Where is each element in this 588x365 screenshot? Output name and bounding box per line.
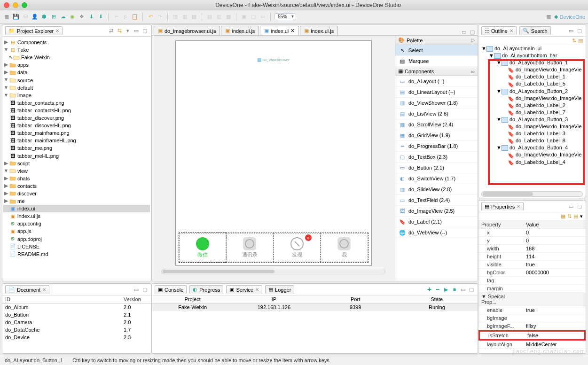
play-icon[interactable]: ▶	[443, 287, 449, 293]
property-row[interactable]: height114	[478, 253, 586, 261]
col-state[interactable]: State	[396, 295, 478, 303]
copy-icon[interactable]: ⎘	[122, 13, 129, 21]
cube-icon[interactable]: ⬢	[40, 13, 48, 21]
fit-icon[interactable]: ▣	[240, 13, 248, 21]
min-icon[interactable]: ▭	[461, 29, 467, 35]
tree-appjs[interactable]: ▶▣app.js	[3, 227, 150, 235]
max-icon[interactable]: ▢	[141, 287, 148, 293]
tab-btn-contacts[interactable]: 通讯录	[226, 233, 274, 262]
palette-item[interactable]: ▦do_GridView (1.9)	[395, 130, 478, 141]
tab-properties[interactable]: ▤Properties✕	[481, 202, 524, 210]
editor-tab-0[interactable]: ▣do_imagebrowser.ui.js	[154, 26, 220, 35]
outline-item[interactable]: ▶🔖do_Label:do_Label_4	[478, 159, 586, 166]
close-icon[interactable]: ✕	[42, 287, 46, 292]
align-l-icon[interactable]: ▤	[172, 13, 179, 21]
outline-item[interactable]: ▶🔖do_Label:do_Label_5	[478, 80, 586, 87]
palette-item[interactable]: ▭do_Button (2.1)	[395, 163, 478, 173]
palette-item[interactable]: ◐do_SwitchView (1.7)	[395, 173, 478, 184]
tree-img-6[interactable]: ▶🖼tabbar_me.png	[3, 144, 150, 152]
tab-logger[interactable]: ▤Logger	[265, 285, 294, 294]
doc-row[interactable]: do_Camera2.0	[2, 318, 151, 326]
outline-item[interactable]: ▶🔖do_Label:do_Label_1	[478, 73, 586, 80]
max-icon[interactable]: ▢	[576, 203, 583, 210]
prop-col-key[interactable]: Property	[478, 221, 523, 228]
palette-item[interactable]: ▤do_ListView (2.8)	[395, 109, 478, 119]
property-row[interactable]: isStretchfalse	[478, 330, 586, 341]
outline-item[interactable]: ▼do_ALayout:bottom_bar	[478, 52, 586, 59]
outline-item[interactable]: ▶🔖do_ImageView:do_ImageVie	[478, 95, 586, 102]
maximize-window-icon[interactable]	[22, 2, 27, 8]
outline-tree[interactable]: ▼do_ALayout:main_ui▼do_ALayout:bottom_ba…	[478, 45, 586, 190]
tree-img-5[interactable]: ▶🖼tabbar_mainframeHL.png	[3, 137, 150, 144]
add-icon[interactable]: ✚	[426, 287, 432, 293]
outline-item[interactable]: ▶🔖do_ImageView:do_ImageVie	[478, 123, 586, 130]
link-icon[interactable]: ⇆	[116, 28, 123, 34]
h-scrollbar[interactable]	[161, 269, 385, 274]
tree-contacts[interactable]: ▶contacts	[3, 182, 150, 190]
redo-icon[interactable]: ↷	[156, 13, 164, 21]
tree-discover[interactable]: ▶discover	[3, 190, 150, 197]
perspective-icon[interactable]: ▦	[545, 13, 552, 21]
max-icon[interactable]: ▢	[469, 29, 476, 35]
doc-row[interactable]: do_Device2.3	[2, 334, 151, 341]
tree-chats[interactable]: ▶chats	[3, 175, 150, 182]
min-icon[interactable]: ▭	[568, 28, 574, 34]
align-r-icon[interactable]: ▦	[190, 13, 198, 21]
property-row[interactable]: visibletrue	[478, 261, 586, 269]
undo-icon[interactable]: ↶	[147, 13, 154, 21]
infinity-icon[interactable]: ∞	[471, 69, 475, 74]
close-icon[interactable]: ✕	[255, 287, 259, 292]
az-icon[interactable]: ⇅	[567, 213, 572, 219]
outline-item[interactable]: ▼do_ALayout:do_Button_4	[478, 144, 586, 151]
property-row[interactable]: ▼ Speical Prop...	[478, 293, 586, 306]
valign-t-icon[interactable]: ▤	[206, 13, 213, 21]
new-icon[interactable]: ▦	[3, 13, 10, 21]
outline-item[interactable]: ▶🔖do_Label:do_Label_3	[478, 130, 586, 137]
tab-btn-weixin[interactable]: 微信	[179, 233, 227, 262]
android-icon[interactable]: ◉	[69, 13, 76, 21]
minimize-window-icon[interactable]	[13, 2, 18, 8]
service-row[interactable]: Fake-Weixin 192.168.1.126 9399 Runing	[152, 303, 478, 311]
doc-col-id[interactable]: ID	[2, 295, 121, 303]
tree-indexui[interactable]: ▶▣index.ui	[3, 205, 150, 212]
tab-console[interactable]: ▣Console	[155, 285, 187, 294]
chevron-right-icon[interactable]: ▷	[471, 37, 475, 43]
palette-select[interactable]: ↖Select	[395, 45, 478, 56]
design-canvas[interactable]: do_ViewShower 微信 通讯录 8发现 我	[152, 36, 395, 281]
tree-readme[interactable]: ▶📄README.md	[3, 250, 150, 258]
min-icon[interactable]: ▭	[133, 287, 140, 293]
min-icon[interactable]: ▭	[133, 28, 140, 34]
min-icon[interactable]: ▭	[568, 203, 574, 210]
property-row[interactable]: tag	[478, 277, 586, 285]
max-icon[interactable]: ▢	[141, 28, 148, 34]
col-ip[interactable]: IP	[233, 295, 314, 303]
outline-item[interactable]: ▼do_ALayout:do_Button_3	[478, 116, 586, 123]
outline-item[interactable]: ▼do_ALayout:main_ui	[478, 45, 586, 52]
tree-indexuijs[interactable]: ▶▣index.ui.js	[3, 212, 150, 220]
outline-scrollbar[interactable]	[481, 191, 583, 197]
property-row[interactable]: y0	[478, 237, 586, 245]
editor-tab-2[interactable]: ▣index.ui✕	[260, 26, 299, 35]
tree-source[interactable]: source	[16, 78, 33, 83]
doc-col-ver[interactable]: Version	[121, 295, 151, 303]
property-row[interactable]: margin	[478, 285, 586, 293]
menu-icon[interactable]: ▾	[580, 213, 583, 219]
tab-btn-me[interactable]: 我	[321, 233, 368, 262]
user-icon[interactable]: 👤	[31, 13, 39, 21]
close-icon[interactable]: ✕	[55, 28, 59, 33]
palette-header[interactable]: 🎨Palette▷	[395, 36, 478, 45]
max-icon[interactable]: ▢	[576, 28, 583, 34]
valign-m-icon[interactable]: ▥	[215, 13, 223, 21]
palette-item[interactable]: 🌐do_WebView (--)	[395, 227, 478, 238]
doc-row[interactable]: do_DataCache1.7	[2, 326, 151, 334]
cat-icon[interactable]: ▦	[561, 213, 565, 219]
saveall-icon[interactable]: ⛁	[22, 13, 29, 21]
tab-service[interactable]: ▣Service✕	[226, 285, 262, 294]
property-row[interactable]: x0	[478, 229, 586, 237]
down-icon[interactable]: ⬇	[87, 13, 95, 21]
tab-progress[interactable]: ◐Progress	[189, 285, 223, 294]
property-row[interactable]: bgImageF...fillxy	[478, 322, 586, 330]
close-icon[interactable]: ✕	[510, 28, 513, 33]
tree-components[interactable]: Components	[16, 39, 47, 45]
palette-item[interactable]: ▢do_TextBox (2.3)	[395, 152, 478, 163]
